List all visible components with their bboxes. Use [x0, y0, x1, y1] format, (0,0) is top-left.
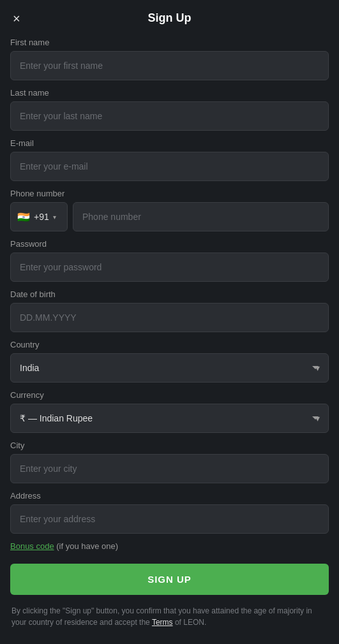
- currency-field: Currency ₹ — Indian Rupee: [10, 390, 329, 433]
- first-name-label: First name: [10, 38, 329, 47]
- password-label: Password: [10, 239, 329, 249]
- page-header: × Sign Up: [0, 0, 339, 33]
- first-name-input[interactable]: [10, 51, 329, 80]
- email-field: E-mail: [10, 138, 329, 181]
- phone-number-input[interactable]: [73, 202, 329, 231]
- password-field: Password: [10, 239, 329, 282]
- phone-field: Phone number 🇮🇳 +91 ▾: [10, 189, 329, 231]
- page-title: Sign Up: [148, 11, 192, 25]
- email-label: E-mail: [10, 138, 329, 148]
- flag-icon: 🇮🇳: [17, 211, 30, 223]
- dob-input[interactable]: [10, 303, 329, 332]
- bonus-code-suffix: (if you have one): [54, 541, 118, 551]
- last-name-field: Last name: [10, 88, 329, 131]
- city-label: City: [10, 441, 329, 450]
- currency-select-wrapper: ₹ — Indian Rupee: [10, 404, 329, 433]
- dob-label: Date of birth: [10, 289, 329, 299]
- city-field: City: [10, 441, 329, 483]
- first-name-field: First name: [10, 38, 329, 80]
- footer-text-2: of LEON.: [173, 618, 207, 627]
- last-name-input[interactable]: [10, 101, 329, 131]
- bonus-code-row: Bonus code (if you have one): [10, 541, 329, 551]
- country-select[interactable]: India: [10, 353, 329, 383]
- currency-select[interactable]: ₹ — Indian Rupee: [10, 404, 329, 433]
- footer-disclaimer: By clicking the "Sign up" button, you co…: [10, 605, 329, 628]
- close-button[interactable]: ×: [10, 10, 23, 27]
- country-select-wrapper: India: [10, 353, 329, 383]
- terms-link[interactable]: Terms: [152, 618, 173, 627]
- address-input[interactable]: [10, 504, 329, 534]
- country-code-selector[interactable]: 🇮🇳 +91 ▾: [10, 202, 68, 231]
- dob-field: Date of birth: [10, 289, 329, 332]
- currency-label: Currency: [10, 390, 329, 400]
- signup-form: First name Last name E-mail Phone number…: [0, 33, 339, 638]
- bonus-code-link[interactable]: Bonus code: [10, 541, 54, 551]
- signup-button[interactable]: SIGN UP: [10, 564, 329, 595]
- last-name-label: Last name: [10, 88, 329, 98]
- city-input[interactable]: [10, 454, 329, 483]
- address-label: Address: [10, 491, 329, 501]
- password-input[interactable]: [10, 252, 329, 282]
- chevron-down-icon: ▾: [53, 214, 56, 221]
- phone-row: 🇮🇳 +91 ▾: [10, 202, 329, 231]
- phone-label: Phone number: [10, 189, 329, 198]
- country-label: Country: [10, 340, 329, 349]
- country-code-value: +91: [34, 212, 49, 222]
- email-input[interactable]: [10, 152, 329, 181]
- country-field: Country India: [10, 340, 329, 383]
- address-field: Address: [10, 491, 329, 534]
